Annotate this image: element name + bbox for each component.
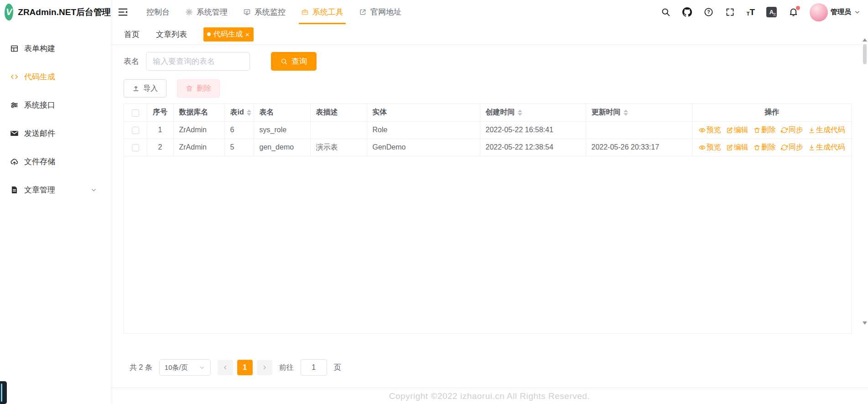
cell-entity: GenDemo	[367, 139, 480, 156]
tab-code-generation[interactable]: 代码生成 ×	[203, 27, 254, 41]
external-link-icon	[359, 8, 367, 16]
sidebar-item-label: 代码生成	[24, 72, 55, 82]
cell-updated: 2022-05-26 20:33:17	[586, 139, 692, 156]
page-unit-label: 页	[334, 363, 341, 373]
sidebar-item-label: 文章管理	[24, 185, 55, 195]
main-area: 控制台 系统管理 系统监控 系统工具 官网地址	[111, 0, 868, 404]
logo-letter: V	[6, 7, 12, 17]
sort-caret-icon[interactable]	[518, 109, 522, 116]
app-window: V ZRAdmin.NET后台管理 表单构建 代码生成 系统接口 发送邮件	[0, 0, 868, 404]
vertical-scrollbar[interactable]	[862, 38, 868, 325]
select-all-checkbox[interactable]	[132, 109, 139, 117]
current-page[interactable]: 1	[237, 360, 253, 375]
sidebar-item-file-storage[interactable]: 文件存储	[0, 147, 111, 176]
search-icon[interactable]	[661, 7, 671, 17]
download-icon	[808, 127, 815, 134]
help-icon[interactable]: ?	[704, 7, 714, 17]
cell-database: ZrAdmin	[173, 121, 224, 139]
edit-icon	[726, 144, 733, 151]
cell-table-name: gen_demo	[254, 139, 310, 156]
fullscreen-icon[interactable]	[725, 7, 735, 17]
sync-link[interactable]: 同步	[781, 143, 803, 152]
header-toolbar: ? TT A 文 管理员	[661, 0, 868, 24]
nav-label: 系统监控	[255, 7, 286, 17]
nav-label: 官网地址	[370, 7, 401, 17]
edit-link[interactable]: 编辑	[726, 143, 748, 152]
goto-label: 前往	[279, 363, 294, 373]
floating-handle[interactable]	[0, 381, 7, 404]
delete-link[interactable]: 删除	[754, 143, 776, 152]
user-name: 管理员	[831, 8, 851, 16]
sort-caret-icon[interactable]	[624, 109, 628, 116]
sort-caret-icon[interactable]	[247, 109, 251, 116]
sidebar-item-article-management[interactable]: 文章管理	[0, 176, 111, 204]
nav-item-official-site[interactable]: 官网地址	[351, 0, 409, 24]
delete-button[interactable]: 删除	[177, 79, 220, 98]
mail-icon	[10, 129, 19, 138]
table-toolbar: 导入 删除	[124, 79, 852, 98]
row-checkbox[interactable]	[132, 127, 139, 134]
avatar[interactable]	[810, 3, 828, 21]
page-size-select[interactable]: 10条/页	[159, 359, 211, 376]
upload-icon	[132, 85, 140, 92]
preview-link[interactable]: 预览	[699, 125, 721, 135]
import-button[interactable]: 导入	[124, 79, 166, 98]
goto-page-input[interactable]	[301, 359, 327, 376]
cell-updated	[586, 121, 692, 139]
cell-created: 2022-05-22 16:58:41	[480, 121, 586, 139]
query-button[interactable]: 查询	[271, 52, 317, 71]
table-name-input[interactable]	[146, 52, 250, 71]
nav-item-dashboard[interactable]: 控制台	[139, 0, 177, 24]
hamburger-icon[interactable]	[117, 6, 129, 18]
footer: Copyright ©2022 izhaorui.cn All Rights R…	[111, 388, 868, 404]
sidebar-item-code-generation[interactable]: 代码生成	[0, 62, 111, 91]
generate-code-link[interactable]: 生成代码	[808, 143, 845, 152]
edit-icon	[726, 127, 733, 134]
preview-link[interactable]: 预览	[699, 143, 721, 152]
prev-page-button[interactable]	[218, 360, 233, 375]
cell-description	[310, 121, 367, 139]
tab-article-list[interactable]: 文章列表	[156, 29, 187, 40]
delete-link[interactable]: 删除	[754, 125, 776, 135]
github-icon[interactable]	[682, 7, 692, 17]
bell-icon[interactable]	[788, 7, 798, 17]
scroll-down-arrow-icon[interactable]	[863, 321, 867, 325]
sidebar-item-system-api[interactable]: 系统接口	[0, 91, 111, 119]
nav-label: 控制台	[146, 7, 170, 17]
column-header-description: 表描述	[310, 104, 367, 121]
column-header-updated[interactable]: 更新时间	[586, 104, 692, 121]
language-icon[interactable]: A 文	[766, 7, 777, 17]
sidebar-item-label: 表单构建	[24, 43, 55, 54]
tab-home[interactable]: 首页	[124, 29, 140, 40]
column-header-table-name: 表名	[254, 104, 310, 121]
sync-link[interactable]: 同步	[781, 125, 803, 135]
scrollbar-thumb[interactable]	[863, 44, 867, 64]
user-menu[interactable]: 管理员	[810, 3, 861, 21]
column-header-table-id[interactable]: 表id	[224, 104, 254, 121]
generate-code-link[interactable]: 生成代码	[808, 125, 845, 135]
chevron-down-icon	[854, 9, 861, 16]
nav-item-system-tools[interactable]: 系统工具	[293, 0, 351, 24]
sidebar: V ZRAdmin.NET后台管理 表单构建 代码生成 系统接口 发送邮件	[0, 0, 111, 404]
chevron-down-icon	[90, 186, 97, 193]
row-checkbox[interactable]	[132, 144, 139, 151]
tab-close-icon[interactable]: ×	[245, 31, 249, 38]
sync-icon	[781, 144, 788, 151]
nav-item-system-monitor[interactable]: 系统监控	[235, 0, 293, 24]
edit-link[interactable]: 编辑	[726, 125, 748, 135]
next-page-button[interactable]	[257, 360, 272, 375]
scroll-up-arrow-icon[interactable]	[863, 38, 867, 41]
nav-item-system-management[interactable]: 系统管理	[177, 0, 235, 24]
cell-table-id: 6	[224, 121, 254, 139]
column-header-actions: 操作	[692, 104, 852, 121]
app-logo-row[interactable]: V ZRAdmin.NET后台管理	[0, 0, 111, 24]
column-header-index: 序号	[147, 104, 173, 121]
page-content: 表名 查询 导入 删除	[111, 45, 868, 388]
sidebar-item-send-mail[interactable]: 发送邮件	[0, 119, 111, 147]
font-size-icon[interactable]: TT	[747, 8, 755, 16]
eye-icon	[699, 144, 706, 151]
sidebar-item-form-builder[interactable]: 表单构建	[0, 34, 111, 62]
sync-icon	[781, 127, 788, 134]
column-header-created[interactable]: 创建时间	[480, 104, 586, 121]
sidebar-item-label: 文件存储	[24, 156, 55, 167]
